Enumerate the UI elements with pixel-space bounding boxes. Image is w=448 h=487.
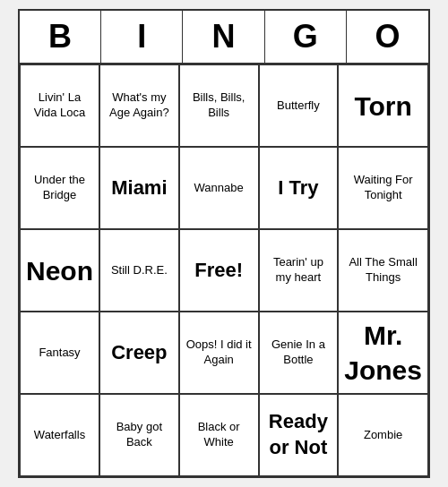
- cell-r3-c0[interactable]: Fantasy: [20, 312, 99, 394]
- cell-r2-c3[interactable]: Tearin' up my heart: [259, 229, 339, 312]
- header-letter-n: N: [183, 11, 264, 63]
- header-letter-i: I: [101, 11, 183, 63]
- cell-r0-c2[interactable]: Bills, Bills, Bills: [179, 64, 259, 147]
- cell-r2-c0[interactable]: Neon: [20, 229, 99, 312]
- cell-r1-c4[interactable]: Waiting For Tonight: [338, 147, 428, 229]
- cell-r1-c0[interactable]: Under the Bridge: [20, 147, 99, 229]
- header-letter-o: O: [347, 11, 428, 63]
- cell-r4-c3[interactable]: Ready or Not: [259, 394, 339, 476]
- cell-r3-c4[interactable]: Mr. Jones: [338, 312, 428, 394]
- header-letter-g: G: [265, 11, 347, 63]
- bingo-header: BINGO: [20, 11, 428, 64]
- cell-r2-c2[interactable]: Free!: [179, 229, 259, 312]
- cell-r1-c3[interactable]: I Try: [259, 147, 339, 229]
- header-letter-b: B: [20, 11, 101, 63]
- cell-r3-c1[interactable]: Creep: [99, 312, 179, 394]
- cell-r0-c0[interactable]: Livin' La Vida Loca: [20, 64, 99, 147]
- cell-r0-c1[interactable]: What's my Age Again?: [99, 64, 179, 147]
- cell-r2-c1[interactable]: Still D.R.E.: [99, 229, 179, 312]
- cell-r0-c3[interactable]: Butterfly: [259, 64, 339, 147]
- cell-r3-c3[interactable]: Genie In a Bottle: [259, 312, 339, 394]
- cell-r1-c2[interactable]: Wannabe: [179, 147, 259, 229]
- cell-r1-c1[interactable]: Miami: [99, 147, 179, 229]
- cell-r0-c4[interactable]: Torn: [338, 64, 428, 147]
- cell-r4-c0[interactable]: Waterfalls: [20, 394, 99, 476]
- bingo-grid: Livin' La Vida LocaWhat's my Age Again?B…: [20, 64, 428, 476]
- cell-r4-c1[interactable]: Baby got Back: [99, 394, 179, 476]
- cell-r4-c4[interactable]: Zombie: [338, 394, 428, 476]
- bingo-card: BINGO Livin' La Vida LocaWhat's my Age A…: [18, 9, 430, 478]
- cell-r4-c2[interactable]: Black or White: [179, 394, 259, 476]
- cell-r2-c4[interactable]: All The Small Things: [338, 229, 428, 312]
- cell-r3-c2[interactable]: Oops! I did it Again: [179, 312, 259, 394]
